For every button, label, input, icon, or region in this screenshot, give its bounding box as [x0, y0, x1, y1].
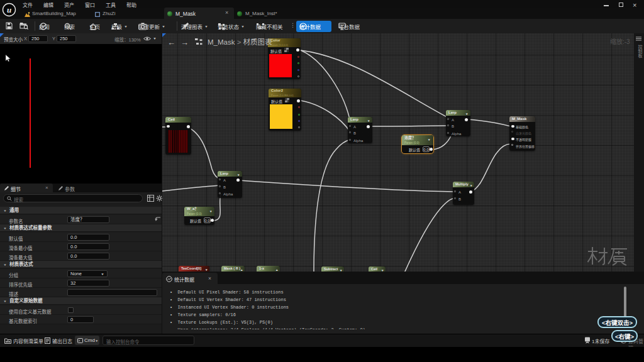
svg-text:u: u: [7, 5, 11, 14]
